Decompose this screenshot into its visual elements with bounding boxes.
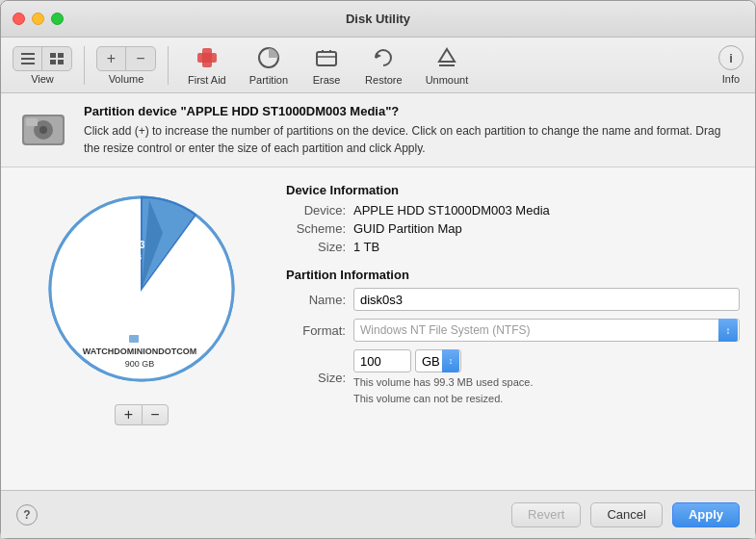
window-title: Disk Utility <box>346 12 410 26</box>
svg-rect-2 <box>21 63 35 64</box>
toolbar-divider-1 <box>84 46 85 85</box>
svg-rect-0 <box>21 53 35 55</box>
svg-rect-3 <box>50 53 56 58</box>
scheme-value: GUID Partition Map <box>353 221 740 236</box>
add-partition-button[interactable]: + <box>115 404 142 425</box>
svg-rect-1 <box>21 58 35 60</box>
volume-add-button[interactable]: + <box>97 47 126 70</box>
svg-rect-10 <box>317 52 336 65</box>
device-info-title: Device Information <box>286 183 740 197</box>
remove-partition-button[interactable]: − <box>142 404 169 425</box>
header-description: Click add (+) to increase the number of … <box>84 122 740 157</box>
svg-rect-5 <box>50 60 56 64</box>
maximize-button[interactable] <box>51 13 64 25</box>
partition-label: Partition <box>249 74 288 86</box>
volume-remove-button[interactable]: − <box>126 47 155 70</box>
info-button[interactable]: i <box>718 45 743 70</box>
view-group: View <box>13 46 72 85</box>
svg-marker-14 <box>376 53 381 59</box>
pie-controls: + − <box>115 404 169 425</box>
info-label: Info <box>722 73 740 85</box>
svg-marker-15 <box>439 49 455 62</box>
unmount-icon <box>431 44 462 71</box>
minimize-button[interactable] <box>32 13 44 25</box>
partition-icon <box>253 44 284 71</box>
pie-sublabel-disk0s3: 100 GB <box>113 252 143 262</box>
svg-rect-6 <box>58 60 64 64</box>
format-select-wrap: Windows NT File System (NTFS) ↕ <box>353 319 740 342</box>
revert-button[interactable]: Revert <box>511 502 581 527</box>
pie-label-watchdom: WATCHDOMINIONDOTCOM <box>83 346 196 356</box>
help-button[interactable]: ? <box>16 504 38 526</box>
size-note-line1: This volume has 99.3 MB used space. <box>353 374 740 391</box>
header-text: Partition device "APPLE HDD ST1000DM003 … <box>84 104 740 157</box>
toolbar-divider-2 <box>168 46 169 85</box>
content-row: disk0s3 100 GB WATCHDOMINIONDOTCOM 900 G… <box>1 167 755 490</box>
close-button[interactable] <box>13 13 25 25</box>
erase-icon <box>311 44 342 71</box>
size-input[interactable] <box>353 349 411 372</box>
traffic-lights <box>13 13 64 25</box>
svg-rect-4 <box>58 53 64 58</box>
view-label: View <box>31 73 54 85</box>
volume-label: Volume <box>109 73 144 85</box>
pie-sublabel-watchdom: 900 GB <box>125 359 155 369</box>
partition-pie-chart: disk0s3 100 GB WATCHDOMINIONDOTCOM 900 G… <box>36 183 248 395</box>
pie-container[interactable]: disk0s3 100 GB WATCHDOMINIONDOTCOM 900 G… <box>36 183 248 395</box>
pie-label-disk0s3: disk0s3 <box>110 240 145 250</box>
partition-button[interactable]: Partition <box>242 40 296 90</box>
device-value: APPLE HDD ST1000DM003 Media <box>353 203 740 218</box>
size-note-line2: This volume can not be resized. <box>353 391 740 407</box>
unit-select-wrap: GB MB TB ↕ <box>415 349 461 372</box>
disk-icon <box>18 105 68 155</box>
size-form-row: GB MB TB ↕ This volume has 99.3 MB used … <box>353 349 740 406</box>
bottom-bar: ? Revert Cancel Apply <box>1 490 755 538</box>
pie-area: disk0s3 100 GB WATCHDOMINIONDOTCOM 900 G… <box>16 183 267 482</box>
titlebar: Disk Utility <box>1 1 755 38</box>
size-label: Size: <box>286 240 353 254</box>
svg-rect-25 <box>129 335 139 343</box>
restore-label: Restore <box>365 74 403 86</box>
bottom-buttons: Revert Cancel Apply <box>511 502 740 527</box>
device-info-section: Device Information Device: APPLE HDD ST1… <box>286 183 740 254</box>
size-value: 1 TB <box>353 240 740 254</box>
svg-rect-21 <box>26 118 38 126</box>
toolbar: View + − Volume First Aid <box>1 38 755 93</box>
svg-rect-8 <box>197 53 217 63</box>
partition-info-title: Partition Information <box>286 268 740 282</box>
name-input[interactable] <box>353 288 740 311</box>
info-panel: Device Information Device: APPLE HDD ST1… <box>286 183 740 482</box>
header-bar: Partition device "APPLE HDD ST1000DM003 … <box>1 93 755 167</box>
header-title: Partition device "APPLE HDD ST1000DM003 … <box>84 104 740 118</box>
unmount-button[interactable]: Unmount <box>418 40 477 90</box>
name-label: Name: <box>286 293 353 307</box>
info-section: i Info <box>718 45 743 85</box>
format-label: Format: <box>286 323 353 338</box>
unit-select[interactable]: GB MB TB <box>415 349 461 372</box>
main-content: Partition device "APPLE HDD ST1000DM003 … <box>1 93 755 538</box>
apply-button[interactable]: Apply <box>672 502 740 527</box>
restore-icon <box>368 44 399 71</box>
disk-icon-wrap <box>16 103 70 157</box>
view-list-button[interactable] <box>13 47 42 70</box>
cancel-button[interactable]: Cancel <box>590 502 662 527</box>
firstaid-label: First Aid <box>188 74 226 86</box>
format-select[interactable]: Windows NT File System (NTFS) <box>353 319 740 342</box>
device-label: Device: <box>286 203 353 218</box>
erase-button[interactable]: Erase <box>303 40 350 90</box>
firstaid-button[interactable]: First Aid <box>180 40 234 90</box>
unmount-label: Unmount <box>426 74 469 86</box>
restore-button[interactable]: Restore <box>357 40 410 90</box>
view-detail-button[interactable] <box>42 47 71 70</box>
main-window: Disk Utility View + − Volume <box>0 0 756 539</box>
device-info-grid: Device: APPLE HDD ST1000DM003 Media Sche… <box>286 203 740 254</box>
volume-segmented: + − <box>96 46 156 71</box>
view-segmented <box>13 46 72 71</box>
scheme-label: Scheme: <box>286 221 353 236</box>
partition-form: Name: Format: Windows NT File System (NT… <box>286 288 740 406</box>
volume-group: + − Volume <box>96 46 156 85</box>
size-form-label: Size: <box>286 371 353 385</box>
partition-info-section: Partition Information Name: Format: Wind… <box>286 268 740 406</box>
erase-label: Erase <box>313 74 341 86</box>
info-icon: i <box>729 51 733 65</box>
